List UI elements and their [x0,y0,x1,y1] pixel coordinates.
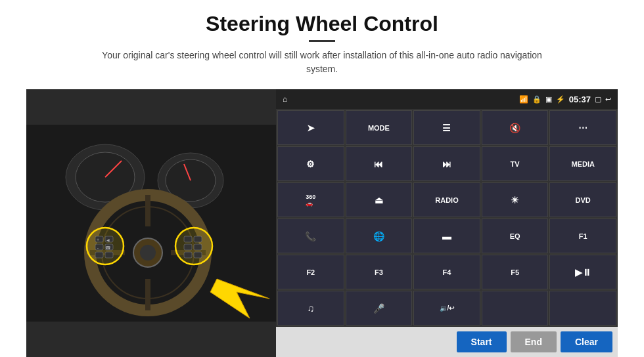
f3-button[interactable]: F3 [346,255,413,289]
mute-button[interactable]: 🔇 [482,110,549,145]
bluetooth-icon: ⚡ [556,95,565,104]
svg-rect-21 [105,252,113,258]
svg-rect-20 [95,252,103,258]
svg-rect-24 [194,236,202,242]
svg-point-14 [140,245,156,261]
settings-button[interactable]: ⚙ [277,146,344,181]
svg-rect-25 [184,244,192,250]
title-divider [309,40,335,42]
status-bar: ⌂ 📶 🔒 ▣ ⚡ 05:37 ▢ ↩ [276,89,618,109]
svg-text:☎: ☎ [105,245,111,250]
navigate-button[interactable]: ➤ [277,110,344,145]
title-section: Steering Wheel Control Your original car… [99,12,545,85]
svg-rect-28 [194,252,202,258]
lock-icon: 🔒 [532,95,541,104]
apps-button[interactable]: ⋯ [549,110,616,145]
list-button[interactable]: ☰ [413,110,480,145]
radio-button[interactable]: RADIO [413,182,480,217]
back-icon[interactable]: ↩ [605,95,611,104]
status-time: 05:37 [569,94,591,104]
cam360-button[interactable]: 360🚗 [277,182,344,217]
svg-text:+: + [97,238,99,242]
prev-button[interactable]: ⏮ [346,146,413,181]
empty2 [549,291,616,326]
globe-button[interactable]: 🌐 [346,219,413,253]
tv-button[interactable]: TV [482,146,549,181]
home-icon[interactable]: ⌂ [283,94,287,104]
mode-button[interactable]: MODE [346,110,413,145]
svg-rect-27 [184,252,192,258]
button-grid: ➤ MODE ☰ 🔇 ⋯ ⚙ ⏮ ⏭ TV MEDIA 360🚗 ⏏ RADIO… [276,109,618,327]
f1-button[interactable]: F1 [549,219,616,253]
clear-button[interactable]: Clear [561,331,612,352]
dvd-button[interactable]: DVD [549,182,616,217]
f5-button[interactable]: F5 [482,255,549,289]
music-button[interactable]: ♫ [277,291,344,326]
eq-button[interactable]: EQ [482,219,549,253]
playpause-button[interactable]: ▶⏸ [549,255,616,289]
eject-button[interactable]: ⏏ [346,182,413,217]
f2-button[interactable]: F2 [277,255,344,289]
action-bar: Start End Clear [276,327,618,357]
panel-button[interactable]: ▬ [413,219,480,253]
status-right: 📶 🔒 ▣ ⚡ 05:37 ▢ ↩ [519,94,611,104]
mic-button[interactable]: 🎤 [346,291,413,326]
sim-icon: ▣ [545,95,552,104]
f4-button[interactable]: F4 [413,255,480,289]
control-panel: ⌂ 📶 🔒 ▣ ⚡ 05:37 ▢ ↩ ➤ MODE ☰ 🔇 ⋯ [276,89,618,357]
empty1 [482,291,549,326]
media-button[interactable]: MEDIA [549,146,616,181]
phone-button[interactable]: 📞 [277,219,344,253]
content-row: + ◀ - ☎ ⌂ 📶 🔒 ▣ ⚡ 05:37 ▢ ↩ [26,89,618,357]
start-button[interactable]: Start [457,331,507,352]
svg-rect-23 [184,236,192,242]
brightness-button[interactable]: ☀ [482,182,549,217]
steering-wheel-area: + ◀ - ☎ [26,89,276,357]
screen-icon: ▢ [595,95,601,104]
wifi-icon: 📶 [519,95,528,104]
svg-rect-26 [194,244,202,250]
vol-button[interactable]: 🔉/↩ [413,291,480,326]
page-title: Steering Wheel Control [99,12,545,36]
end-button[interactable]: End [511,331,557,352]
subtitle-text: Your original car's steering wheel contr… [99,49,545,76]
next-button[interactable]: ⏭ [413,146,480,181]
svg-rect-18 [95,244,103,250]
page-container: Steering Wheel Control Your original car… [0,0,644,357]
svg-text:◀: ◀ [106,238,110,242]
steering-wheel-svg: + ◀ - ☎ [26,89,276,357]
